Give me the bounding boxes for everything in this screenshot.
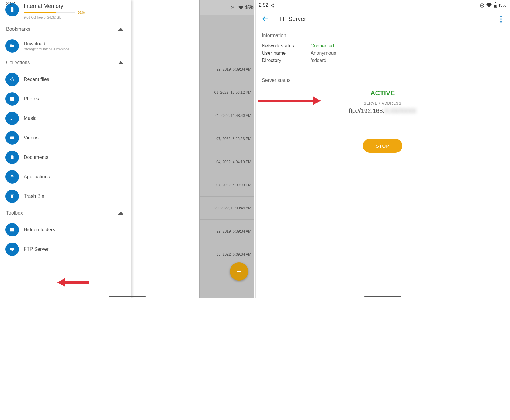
file-row: 07, 2022, 5:09:09 PM (200, 173, 254, 197)
trash-icon (5, 190, 19, 203)
document-icon (5, 151, 19, 164)
fab-add-button[interactable] (230, 262, 248, 281)
music-icon (5, 112, 19, 125)
file-row: 07, 2022, 8:26:23 PM (200, 127, 254, 150)
svg-rect-3 (10, 97, 14, 101)
info-heading: Information (262, 33, 503, 38)
wifi-icon (486, 2, 492, 8)
image-icon (5, 92, 19, 106)
file-row: 04, 2022, 4:04:19 PM (200, 150, 254, 173)
chevron-up-icon (118, 61, 123, 64)
dnd-icon (480, 2, 484, 8)
battery-text: 45% (245, 5, 254, 10)
sidebar-item-trash[interactable]: Trash Bin (1, 187, 131, 206)
sidebar-item-applications[interactable]: Applications (1, 167, 131, 187)
server-address-value: ftp://192.168.X.XX/XXXX (262, 107, 503, 114)
stop-button[interactable]: STOP (363, 139, 402, 153)
share-icon (270, 2, 275, 8)
section-toolbox[interactable]: Toolbox (1, 206, 131, 220)
right-screenshot: 2:52 45% FTP Server Information (255, 0, 509, 298)
sidebar-item-recent[interactable]: Recent files (1, 70, 131, 89)
battery-icon (494, 2, 497, 8)
directory-row: Directory /sdcard (262, 58, 503, 63)
internal-memory-item[interactable]: 2:52 Internal Memory 62% 9.06 GB free of… (1, 3, 131, 22)
left-screenshot: 45% 29, 2019, 5:09:34 AM 01, 2022, 12:56… (1, 0, 254, 298)
annotation-arrowhead (57, 278, 65, 287)
nav-handle[interactable] (364, 296, 401, 297)
file-row: 24, 2022, 11:48:43 AM (200, 104, 254, 127)
chevron-up-icon (118, 212, 123, 215)
nav-handle[interactable] (109, 296, 146, 297)
server-status-section: Server status ACTIVE SERVER ADDRESS ftp:… (256, 72, 509, 158)
server-status-heading: Server status (262, 78, 503, 83)
internal-memory-label: Internal Memory (24, 3, 85, 9)
sidebar-item-photos[interactable]: Photos (1, 89, 131, 109)
info-section: Information Network status Connected Use… (256, 27, 509, 72)
statusbar: 2:52 45% (256, 0, 509, 10)
file-row: 29, 2019, 5:09:34 AM (200, 220, 254, 243)
sidebar-item-videos[interactable]: Videos (1, 128, 131, 148)
sidebar-item-download[interactable]: Download /storage/emulated/0/Download (1, 36, 131, 56)
status-time: 2:52 (259, 2, 268, 8)
sidebar-item-documents[interactable]: Documents (1, 148, 131, 167)
android-icon (5, 170, 19, 184)
network-status-row: Network status Connected (262, 43, 503, 49)
svg-rect-16 (494, 5, 496, 7)
svg-rect-7 (12, 228, 14, 232)
file-row: 30, 2022, 5:09:34 AM (200, 243, 254, 266)
section-bookmarks[interactable]: Bookmarks (1, 22, 131, 36)
sidebar-item-hidden-folders[interactable]: Hidden folders (1, 220, 131, 240)
svg-rect-17 (495, 2, 496, 3)
section-collections[interactable]: Collections (1, 56, 131, 70)
overflow-menu-button[interactable] (497, 16, 505, 23)
svg-rect-9 (12, 250, 13, 251)
greyed-file-list: 45% 29, 2019, 5:09:34 AM 01, 2022, 12:56… (199, 0, 254, 298)
svg-rect-5 (10, 137, 14, 139)
navigation-drawer: 2:52 Internal Memory 62% 9.06 GB free of… (1, 0, 131, 298)
username-row: User name Anonymous (262, 51, 503, 56)
screen-title: FTP Server (275, 16, 497, 23)
svg-rect-6 (10, 228, 12, 232)
storage-bar (24, 12, 75, 13)
chevron-up-icon (118, 28, 123, 31)
greyed-statusbar: 45% (200, 0, 254, 15)
battery-text: 45% (498, 3, 506, 8)
video-icon (5, 131, 19, 145)
server-icon (5, 243, 19, 256)
file-row: 20, 2022, 11:08:49 AM (200, 197, 254, 220)
storage-free-text: 9.06 GB free of 24.32 GB (24, 16, 85, 19)
svg-rect-8 (10, 248, 14, 250)
sidebar-item-ftp-server[interactable]: FTP Server (1, 240, 131, 259)
back-button[interactable] (261, 15, 270, 23)
annotation-arrow (64, 281, 89, 284)
history-icon (5, 73, 19, 86)
svg-rect-2 (11, 7, 13, 12)
file-row: 01, 2022, 12:56:12 PM (200, 81, 254, 104)
annotation-arrow (258, 100, 313, 102)
storage-percent: 62% (78, 11, 85, 14)
sidebar-item-music[interactable]: Music (1, 109, 131, 128)
server-active-label: ACTIVE (262, 89, 503, 97)
annotation-arrowhead (313, 96, 321, 105)
appbar: FTP Server (256, 10, 509, 27)
folder-icon (5, 39, 19, 53)
server-address-label: SERVER ADDRESS (262, 101, 503, 106)
hidden-folder-icon (5, 223, 19, 236)
file-row: 29, 2019, 5:09:34 AM (200, 58, 254, 81)
status-time: 2:52 (6, 1, 15, 6)
svg-point-4 (11, 119, 12, 121)
